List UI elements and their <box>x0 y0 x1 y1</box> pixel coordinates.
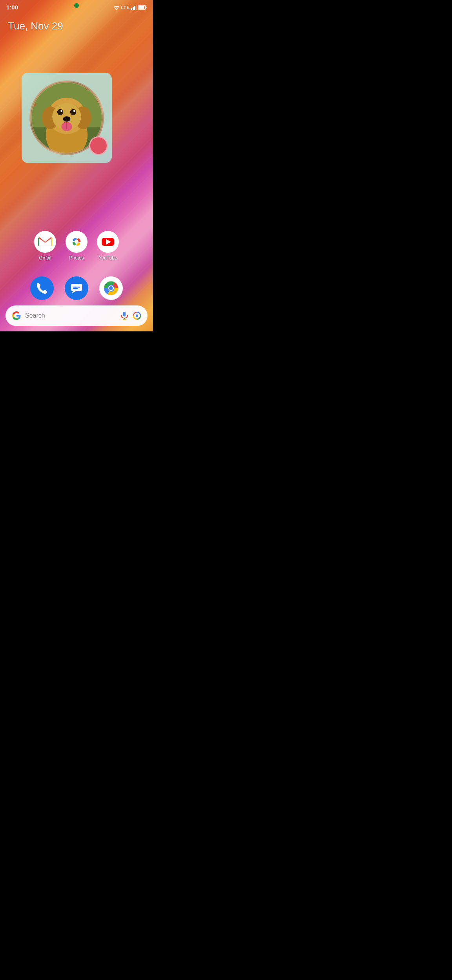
search-action-icons <box>120 311 141 320</box>
google-logo <box>12 311 21 320</box>
messages-icon <box>70 282 83 294</box>
app-grid: Gmail Photos YouTube <box>0 231 153 261</box>
svg-rect-1 <box>131 8 132 10</box>
svg-marker-37 <box>72 291 77 293</box>
svg-point-25 <box>73 110 75 112</box>
messages-app[interactable] <box>65 276 88 300</box>
lte-label: LTE <box>121 5 129 10</box>
wifi-icon <box>113 5 120 10</box>
svg-point-32 <box>75 240 78 244</box>
search-input-area[interactable] <box>25 305 116 326</box>
gmail-icon-container <box>34 231 56 253</box>
voice-search-icon[interactable] <box>120 311 129 320</box>
svg-rect-4 <box>136 5 137 10</box>
chrome-icon <box>102 280 120 297</box>
date-display: Tue, Nov 29 <box>0 12 153 32</box>
svg-point-11 <box>35 86 41 92</box>
photos-icon-container <box>66 231 87 253</box>
dog-widget[interactable] <box>22 73 112 163</box>
chrome-app[interactable] <box>99 276 123 300</box>
record-button[interactable] <box>89 136 108 155</box>
svg-point-22 <box>57 109 63 115</box>
gmail-icon <box>38 236 53 247</box>
youtube-app[interactable]: YouTube <box>97 231 119 261</box>
dock <box>0 276 153 300</box>
youtube-label: YouTube <box>98 255 117 261</box>
svg-point-44 <box>109 286 113 290</box>
status-time: 1:00 <box>6 4 18 11</box>
svg-rect-7 <box>139 6 144 9</box>
svg-point-23 <box>70 109 76 115</box>
svg-point-14 <box>93 89 97 93</box>
photos-icon <box>68 233 85 250</box>
phone-app[interactable] <box>30 276 54 300</box>
battery-icon <box>138 5 147 10</box>
svg-point-24 <box>60 110 62 112</box>
photos-label: Photos <box>69 255 84 261</box>
youtube-icon-container <box>97 231 119 253</box>
svg-point-0 <box>116 9 117 10</box>
camera-indicator <box>74 3 79 8</box>
search-bar[interactable] <box>5 305 148 326</box>
signal-icon <box>131 5 137 10</box>
youtube-icon <box>99 233 117 250</box>
photos-app[interactable]: Photos <box>66 231 87 261</box>
svg-rect-2 <box>133 7 134 10</box>
svg-point-26 <box>63 116 70 122</box>
lens-icon[interactable] <box>133 311 141 320</box>
search-input[interactable] <box>25 312 116 319</box>
svg-rect-39 <box>73 288 78 289</box>
phone-icon <box>36 282 48 294</box>
svg-point-49 <box>136 314 138 317</box>
svg-rect-38 <box>73 287 80 288</box>
svg-rect-3 <box>134 6 135 10</box>
svg-rect-6 <box>146 6 147 8</box>
gmail-label: Gmail <box>39 255 51 261</box>
svg-rect-45 <box>123 312 126 316</box>
gmail-app[interactable]: Gmail <box>34 231 56 261</box>
status-icons: LTE <box>113 5 147 10</box>
